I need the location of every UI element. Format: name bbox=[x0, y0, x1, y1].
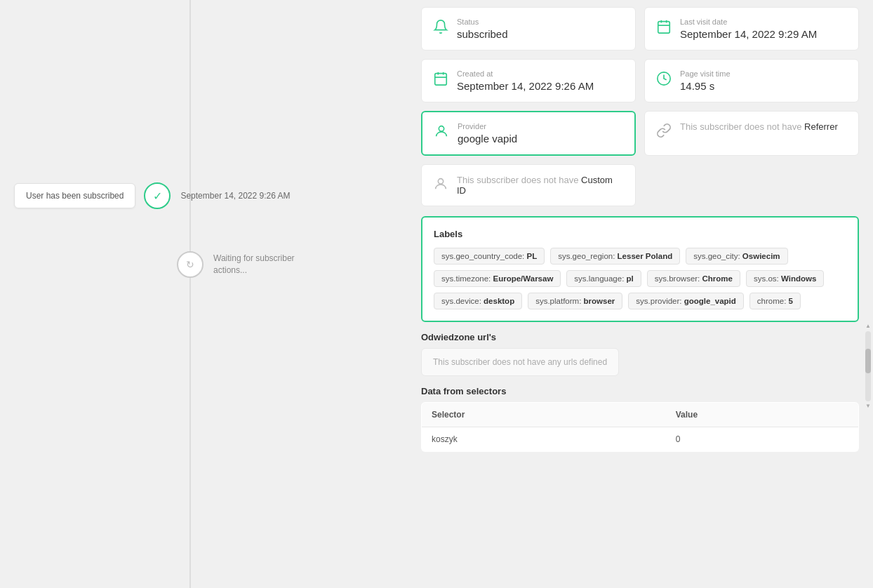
label-tag-city: sys.geo_city: Oswiecim bbox=[686, 248, 787, 265]
urls-section: Odwiedzone url's This subscriber does no… bbox=[421, 332, 859, 376]
status-content: Status subscribed bbox=[457, 18, 624, 40]
last-visit-label: Last visit date bbox=[680, 18, 847, 26]
svg-rect-0 bbox=[658, 22, 670, 33]
provider-card: Provider google vapid bbox=[421, 111, 636, 156]
label-tag-browser: sys.browser: Chrome bbox=[647, 270, 740, 287]
status-label: Status bbox=[457, 18, 624, 26]
referrer-highlight: Referrer bbox=[804, 121, 838, 132]
svg-point-10 bbox=[438, 179, 443, 184]
custom-id-content: This subscriber does not have Custom ID bbox=[457, 175, 624, 196]
status-value: subscribed bbox=[457, 28, 624, 40]
last-visit-card: Last visit date September 14, 2022 9:29 … bbox=[644, 7, 859, 51]
label-tag-timezone: sys.timezone: Europe/Warsaw bbox=[434, 270, 561, 287]
value-col-header: Value bbox=[666, 403, 859, 427]
selectors-header-row: Selector Value bbox=[422, 403, 859, 427]
info-cards-row2: Created at September 14, 2022 9:26 AM Pa… bbox=[421, 59, 859, 102]
timeline-date-subscribed: September 14, 2022 9:26 AM bbox=[180, 191, 290, 201]
page-visit-time-content: Page visit time 14.95 s bbox=[680, 69, 847, 92]
clock-icon bbox=[656, 71, 672, 90]
page-visit-time-card: Page visit time 14.95 s bbox=[644, 59, 859, 102]
label-tag-country: sys.geo_country_code: PL bbox=[434, 248, 545, 265]
last-visit-value: September 14, 2022 9:29 AM bbox=[680, 28, 847, 40]
svg-rect-4 bbox=[435, 74, 447, 86]
timeline-panel: User has been subscribed ✓ September 14,… bbox=[0, 0, 407, 588]
referrer-card: This subscriber does not have Referrer bbox=[644, 111, 859, 156]
provider-icon bbox=[434, 123, 449, 142]
timeline-node-subscribed: ✓ bbox=[144, 182, 171, 209]
timeline-wait-text: Waiting for subscriber actions... bbox=[213, 253, 295, 276]
timeline-item-subscribed: User has been subscribed ✓ September 14,… bbox=[0, 182, 407, 209]
info-cards-row4: This subscriber does not have Custom ID bbox=[421, 164, 859, 206]
labels-container: sys.geo_country_code: PL sys.geo_region:… bbox=[434, 248, 846, 309]
selector-col-header: Selector bbox=[422, 403, 666, 427]
selectors-table: Selector Value koszyk 0 bbox=[421, 402, 859, 452]
page-visit-time-label: Page visit time bbox=[680, 69, 847, 78]
details-panel: Status subscribed Last visit date Septem… bbox=[407, 0, 873, 588]
spinner-icon: ↻ bbox=[186, 259, 194, 270]
created-at-content: Created at September 14, 2022 9:26 AM bbox=[457, 69, 624, 92]
label-tag-region: sys.geo_region: Lesser Poland bbox=[550, 248, 680, 265]
scrollbar-arrow-down[interactable]: ▼ bbox=[865, 403, 871, 410]
label-tag-device: sys.device: desktop bbox=[434, 293, 522, 309]
timeline-line bbox=[189, 0, 191, 588]
created-at-label: Created at bbox=[457, 69, 624, 78]
timeline-item-waiting: ↻ Waiting for subscriber actions... bbox=[0, 251, 407, 278]
value-cell-koszyk: 0 bbox=[666, 427, 859, 452]
event-card-label: User has been subscribed bbox=[26, 191, 124, 201]
scrollbar-container[interactable]: ▲ ▼ bbox=[865, 323, 872, 410]
selectors-tbody: koszyk 0 bbox=[422, 427, 859, 452]
scrollbar-thumb[interactable] bbox=[865, 349, 871, 373]
scrollbar-track bbox=[865, 331, 871, 401]
provider-label: Provider bbox=[458, 122, 623, 131]
timeline-node-waiting: ↻ bbox=[177, 251, 204, 278]
provider-value: google vapid bbox=[458, 133, 623, 145]
label-tag-platform: sys.platform: browser bbox=[528, 293, 622, 309]
calendar-icon-last-visit bbox=[656, 19, 672, 38]
status-card: Status subscribed bbox=[421, 7, 636, 51]
label-tag-provider: sys.provider: google_vapid bbox=[628, 293, 744, 309]
person-icon bbox=[433, 176, 448, 195]
event-card: User has been subscribed bbox=[14, 183, 135, 208]
label-tag-os: sys.os: Windows bbox=[746, 270, 824, 287]
referrer-content: This subscriber does not have Referrer bbox=[680, 121, 847, 132]
link-icon bbox=[656, 123, 672, 142]
selector-cell-koszyk: koszyk bbox=[422, 427, 666, 452]
calendar-icon-created bbox=[433, 71, 448, 90]
labels-section: Labels sys.geo_country_code: PL sys.geo_… bbox=[421, 216, 859, 322]
selectors-section: Data from selectors Selector Value koszy… bbox=[421, 386, 859, 452]
referrer-text: This subscriber does not have Referrer bbox=[680, 121, 847, 132]
selectors-thead: Selector Value bbox=[422, 403, 859, 427]
table-row: koszyk 0 bbox=[422, 427, 859, 452]
labels-title: Labels bbox=[434, 229, 846, 239]
empty-cell bbox=[644, 164, 859, 206]
label-tag-language: sys.language: pl bbox=[566, 270, 641, 287]
provider-content: Provider google vapid bbox=[458, 122, 623, 145]
info-cards-row3: Provider google vapid This subscriber do… bbox=[421, 111, 859, 156]
checkmark-icon: ✓ bbox=[153, 189, 162, 203]
urls-title: Odwiedzone url's bbox=[421, 332, 859, 342]
page-visit-time-value: 14.95 s bbox=[680, 80, 847, 92]
created-at-card: Created at September 14, 2022 9:26 AM bbox=[421, 59, 636, 102]
label-tag-chrome: chrome: 5 bbox=[749, 293, 801, 309]
last-visit-content: Last visit date September 14, 2022 9:29 … bbox=[680, 18, 847, 40]
custom-id-card: This subscriber does not have Custom ID bbox=[421, 164, 636, 206]
custom-id-text: This subscriber does not have Custom ID bbox=[457, 175, 624, 196]
svg-point-9 bbox=[439, 126, 444, 131]
urls-empty-text: This subscriber does not have any urls d… bbox=[421, 348, 619, 376]
selectors-title: Data from selectors bbox=[421, 386, 859, 396]
info-cards-row1: Status subscribed Last visit date Septem… bbox=[421, 7, 859, 51]
created-at-value: September 14, 2022 9:26 AM bbox=[457, 80, 624, 92]
bell-icon bbox=[433, 19, 448, 38]
scrollbar-arrow-up[interactable]: ▲ bbox=[865, 323, 871, 330]
